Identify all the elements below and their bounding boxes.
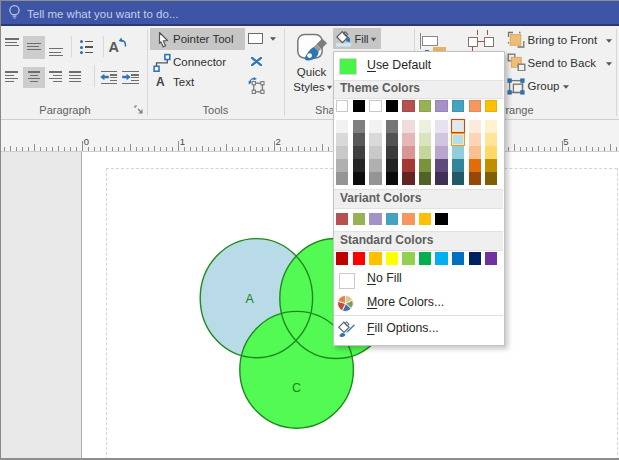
svg-text:C: C	[292, 381, 301, 395]
svg-text:A: A	[246, 292, 255, 306]
